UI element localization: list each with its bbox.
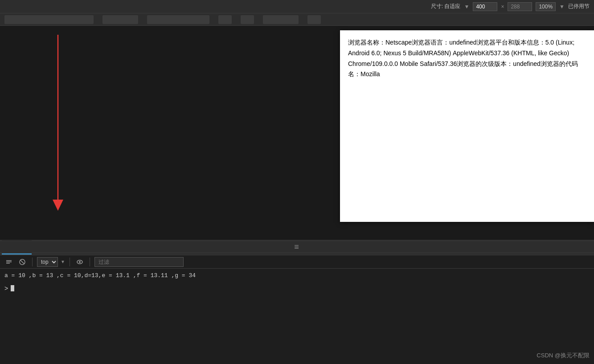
browser-info-text: 浏览器名称：Netscape浏览器语言：undefined浏览器平台和版本信息：… <box>348 39 578 78</box>
svg-rect-2 <box>6 260 12 261</box>
console-output-line: a = 10 ,b = 13 ,c = 10,d=13,e = 13.1 ,f … <box>4 272 196 279</box>
svg-marker-1 <box>53 200 63 211</box>
top-toolbar: 尺寸: 自适应 ▼ × 100% ▼ 已停用节 <box>0 0 594 13</box>
svg-point-8 <box>79 261 81 263</box>
console-filter-input[interactable] <box>94 257 184 267</box>
eye-button[interactable] <box>74 257 85 267</box>
status-label: 已停用节 <box>568 3 590 10</box>
secondary-item-6 <box>263 15 299 24</box>
height-input[interactable] <box>508 2 532 11</box>
clear-console-button[interactable] <box>4 257 14 267</box>
svg-rect-3 <box>6 262 12 262</box>
toolbar-divider <box>32 258 33 266</box>
svg-line-6 <box>20 260 25 264</box>
svg-rect-4 <box>6 263 10 264</box>
width-input[interactable] <box>473 2 497 11</box>
viewport-area: 浏览器名称：Netscape浏览器语言：undefined浏览器平台和版本信息：… <box>0 26 594 240</box>
context-select-arrow: ▼ <box>61 259 65 264</box>
context-select[interactable]: top <box>37 257 58 267</box>
size-separator: × <box>501 4 504 10</box>
zoom-arrow-icon: ▼ <box>559 4 565 10</box>
secondary-item-2 <box>102 15 138 24</box>
console-prompt: > <box>4 285 8 292</box>
eye-icon <box>76 258 83 266</box>
size-label: 尺寸: 自适应 <box>431 3 461 10</box>
toolbar-divider-3 <box>90 258 90 266</box>
watermark-text: CSDN @换元不配限 <box>537 352 590 359</box>
console-input-line[interactable]: > <box>0 283 594 294</box>
console-output: a = 10 ,b = 13 ,c = 10,d=13,e = 13.1 ,f … <box>0 269 594 283</box>
watermark: CSDN @换元不配限 <box>537 352 590 360</box>
console-cursor <box>11 285 14 291</box>
clear-icon <box>5 258 12 266</box>
block-icon <box>19 258 26 266</box>
drag-handle[interactable]: ≡ <box>0 241 594 253</box>
console-toolbar: top ▼ <box>0 255 594 269</box>
block-requests-button[interactable] <box>17 257 28 267</box>
secondary-item-1 <box>4 15 94 24</box>
secondary-item-7 <box>307 15 321 24</box>
secondary-item-5 <box>241 15 254 24</box>
zoom-button[interactable]: 100% <box>536 2 556 11</box>
drag-handle-icon: ≡ <box>294 242 300 252</box>
toolbar-divider-2 <box>70 258 70 266</box>
secondary-bar <box>0 13 594 26</box>
browser-info-popup: 浏览器名称：Netscape浏览器语言：undefined浏览器平台和版本信息：… <box>340 30 594 222</box>
dropdown-arrow-icon[interactable]: ▼ <box>464 4 470 10</box>
secondary-item-4 <box>218 15 232 24</box>
secondary-item-3 <box>147 15 209 24</box>
